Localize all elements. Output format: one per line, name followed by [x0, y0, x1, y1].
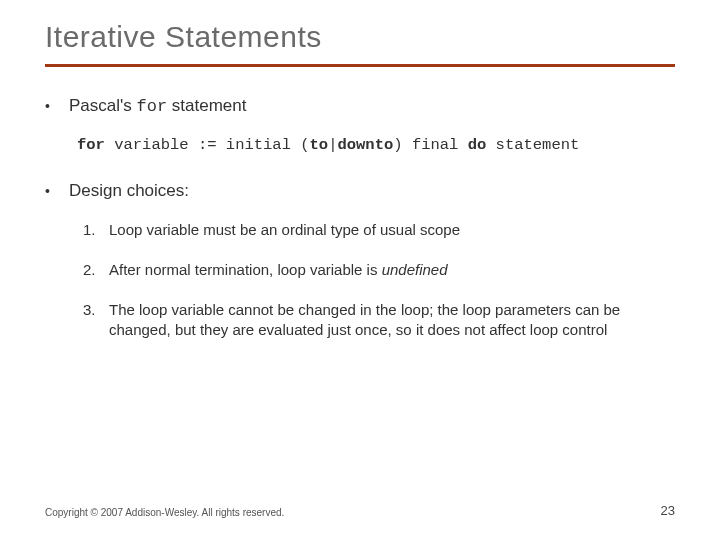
list-text: The loop variable cannot be changed in t… [109, 300, 649, 340]
text-run: Pascal's [69, 96, 137, 115]
code-text: ) final [393, 136, 467, 154]
code-text: statement [486, 136, 579, 154]
code-syntax-line: for variable := initial (to|downto) fina… [77, 136, 675, 154]
title-underline [45, 64, 675, 67]
list-number: 1. [83, 220, 109, 240]
list-text: Loop variable must be an ordinal type of… [109, 220, 460, 240]
inline-code: for [137, 97, 168, 116]
bullet-marker: • [45, 95, 69, 117]
list-number: 2. [83, 260, 109, 280]
code-keyword: to [310, 136, 329, 154]
slide-title: Iterative Statements [45, 20, 675, 54]
footer: Copyright © 2007 Addison-Wesley. All rig… [45, 503, 675, 518]
bullet-item: • Design choices: [45, 180, 675, 202]
list-item: 3. The loop variable cannot be changed i… [83, 300, 675, 340]
copyright-text: Copyright © 2007 Addison-Wesley. All rig… [45, 507, 284, 518]
bullet-text: Pascal's for statement [69, 95, 246, 118]
code-keyword: for [77, 136, 105, 154]
code-keyword: downto [337, 136, 393, 154]
slide: Iterative Statements • Pascal's for stat… [0, 0, 720, 540]
list-item: 1. Loop variable must be an ordinal type… [83, 220, 675, 240]
bullet-item: • Pascal's for statement [45, 95, 675, 118]
code-keyword: do [468, 136, 487, 154]
page-number: 23 [661, 503, 675, 518]
bullet-text: Design choices: [69, 180, 189, 202]
bullet-marker: • [45, 180, 69, 202]
text-run: After normal termination, loop variable … [109, 261, 382, 278]
numbered-list: 1. Loop variable must be an ordinal type… [83, 220, 675, 340]
list-number: 3. [83, 300, 109, 320]
list-text: After normal termination, loop variable … [109, 260, 448, 280]
code-text: variable := initial ( [105, 136, 310, 154]
text-run: statement [167, 96, 246, 115]
italic-text: undefined [382, 261, 448, 278]
list-item: 2. After normal termination, loop variab… [83, 260, 675, 280]
